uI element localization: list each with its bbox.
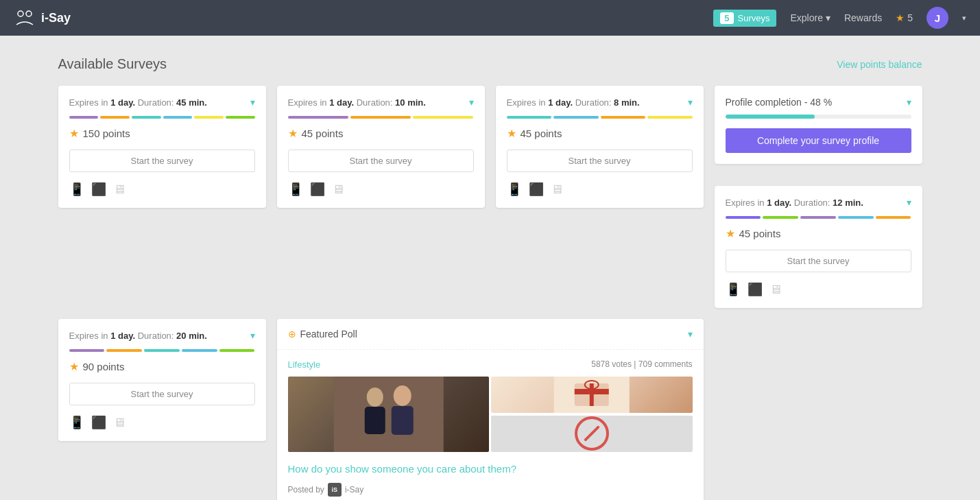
sidebar-desktop-icon: 🖥 [769, 283, 782, 297]
profile-progress-fill [726, 115, 815, 119]
rewards-label: Rewards [844, 12, 882, 23]
poll-star-icon: ⊕ [288, 329, 296, 340]
profile-dropdown[interactable]: ▾ [907, 97, 911, 108]
user-dropdown-arrow-icon[interactable]: ▾ [962, 14, 966, 23]
start-survey-btn-2[interactable]: Start the survey [288, 150, 474, 172]
card-dropdown-4[interactable]: ▾ [250, 330, 255, 341]
device-icons-3: 📱 ⬛ 🖥 [507, 182, 693, 197]
start-survey-btn-1[interactable]: Start the survey [69, 150, 255, 172]
sidebar-points: 45 points [739, 228, 781, 239]
poll-bottom-right-image [491, 416, 693, 452]
star-icon-1: ★ [69, 127, 79, 140]
navbar-right: 5 Surveys Explore ▾ Rewards ★ 5 J ▾ [713, 7, 966, 29]
card-header-1: Expires in 1 day. Duration: 45 min. ▾ [69, 97, 255, 109]
star-icon-4: ★ [69, 360, 79, 373]
surveys-nav-item[interactable]: 5 Surveys [713, 10, 776, 27]
featured-poll-header: ⊕ Featured Poll ▾ [277, 319, 704, 350]
star-icon-3: ★ [507, 127, 516, 140]
page-title: Available Surveys [58, 56, 167, 72]
sidebar-color-bars [726, 216, 911, 219]
device-icons-1: 📱 ⬛ 🖥 [69, 182, 255, 197]
surveys-grid: Expires in 1 day. Duration: 45 min. ▾ ★ … [58, 86, 922, 500]
star-icon-2: ★ [288, 127, 298, 140]
points-1: 150 points [83, 128, 130, 139]
explore-nav-item[interactable]: Explore ▾ [790, 12, 830, 23]
expires-text-3: Expires in 1 day. Duration: 8 min. [507, 97, 640, 109]
profile-completion-card: Profile completion - 48 % ▾ Complete you… [715, 86, 922, 164]
featured-poll-label: Featured Poll [300, 329, 357, 340]
sidebar-survey-card: Expires in 1 day. Duration: 12 min. ▾ ★ … [715, 186, 922, 308]
gift-svg [491, 377, 693, 413]
sidebar-card-dropdown[interactable]: ▾ [907, 197, 911, 208]
desktop-icon-3: 🖥 [551, 182, 563, 197]
bar [69, 116, 99, 119]
no-bar-icon [584, 425, 600, 442]
expires-text-2: Expires in 1 day. Duration: 10 min. [288, 97, 426, 109]
user-menu-button[interactable]: J [927, 7, 948, 29]
start-survey-btn-3[interactable]: Start the survey [507, 150, 693, 172]
svg-rect-2 [333, 377, 443, 452]
bar [413, 116, 473, 119]
sidebar-device-icons: 📱 ⬛ 🖥 [726, 282, 911, 297]
no-circle-icon [575, 416, 609, 451]
explore-label: Explore [790, 12, 822, 23]
svg-point-1 [26, 11, 32, 16]
view-points-link[interactable]: View points balance [837, 59, 922, 70]
device-icons-2: 📱 ⬛ 🖥 [288, 182, 474, 197]
profile-header: Profile completion - 48 % ▾ [726, 97, 911, 108]
card-header-2: Expires in 1 day. Duration: 10 min. ▾ [288, 97, 474, 109]
card-dropdown-3[interactable]: ▾ [688, 97, 693, 108]
sidebar-start-survey-btn[interactable]: Start the survey [726, 250, 911, 272]
profile-title: Profile completion - 48 % [726, 97, 833, 108]
points-3: 45 points [521, 128, 562, 139]
sidebar-card-header: Expires in 1 day. Duration: 12 min. ▾ [726, 197, 911, 209]
points-row-4: ★ 90 points [69, 360, 255, 373]
couple-svg [288, 377, 490, 452]
bar [350, 116, 411, 119]
rewards-nav-item[interactable]: Rewards [844, 12, 882, 23]
svg-rect-6 [391, 406, 413, 435]
stars-count: 5 [907, 12, 913, 23]
card-header-3: Expires in 1 day. Duration: 8 min. ▾ [507, 97, 693, 109]
bar [219, 349, 255, 352]
stars-nav-item[interactable]: ★ 5 [896, 12, 913, 23]
color-bars-3 [507, 116, 693, 119]
survey-card-3: Expires in 1 day. Duration: 8 min. ▾ ★ 4… [496, 86, 704, 208]
surveys-count: 5 [720, 12, 733, 24]
points-row-3: ★ 45 points [507, 127, 693, 140]
card-dropdown-2[interactable]: ▾ [469, 97, 474, 108]
sidebar-tablet-icon: ⬛ [748, 282, 763, 297]
brand-icon [14, 7, 36, 29]
desktop-icon-1: 🖥 [113, 182, 126, 197]
sidebar-star-icon: ★ [726, 227, 735, 240]
featured-poll-card: ⊕ Featured Poll ▾ Lifestyle 5878 votes |… [277, 319, 704, 500]
points-row-2: ★ 45 points [288, 127, 474, 140]
bar [69, 349, 105, 352]
bar [876, 216, 911, 219]
poll-dropdown[interactable]: ▾ [688, 329, 693, 340]
brand-logo[interactable]: i-Say [14, 7, 71, 29]
survey-card-2: Expires in 1 day. Duration: 10 min. ▾ ★ … [277, 86, 485, 208]
bar [182, 349, 217, 352]
bar [163, 116, 193, 119]
main-content: Available Surveys View points balance Ex… [45, 36, 936, 500]
featured-poll-title: ⊕ Featured Poll [288, 329, 357, 340]
sidebar-expires-text: Expires in 1 day. Duration: 12 min. [726, 197, 863, 209]
complete-profile-button[interactable]: Complete your survey profile [726, 128, 911, 153]
bar [144, 349, 180, 352]
right-column: Profile completion - 48 % ▾ Complete you… [715, 86, 922, 308]
tablet-icon-2: ⬛ [310, 182, 325, 197]
bar [507, 116, 552, 119]
card-dropdown-1[interactable]: ▾ [250, 97, 255, 108]
author-avatar: iS [328, 483, 342, 497]
featured-poll-body: Lifestyle 5878 votes | 709 comments [277, 350, 704, 500]
points-4: 90 points [83, 361, 125, 372]
svg-point-5 [393, 385, 411, 406]
bar [838, 216, 874, 219]
poll-category[interactable]: Lifestyle [288, 359, 321, 370]
poll-question[interactable]: How do you show someone you care about t… [288, 462, 693, 476]
bar [226, 116, 255, 119]
survey-card-1: Expires in 1 day. Duration: 45 min. ▾ ★ … [58, 86, 266, 208]
bar [194, 116, 224, 119]
start-survey-btn-4[interactable]: Start the survey [69, 383, 255, 405]
